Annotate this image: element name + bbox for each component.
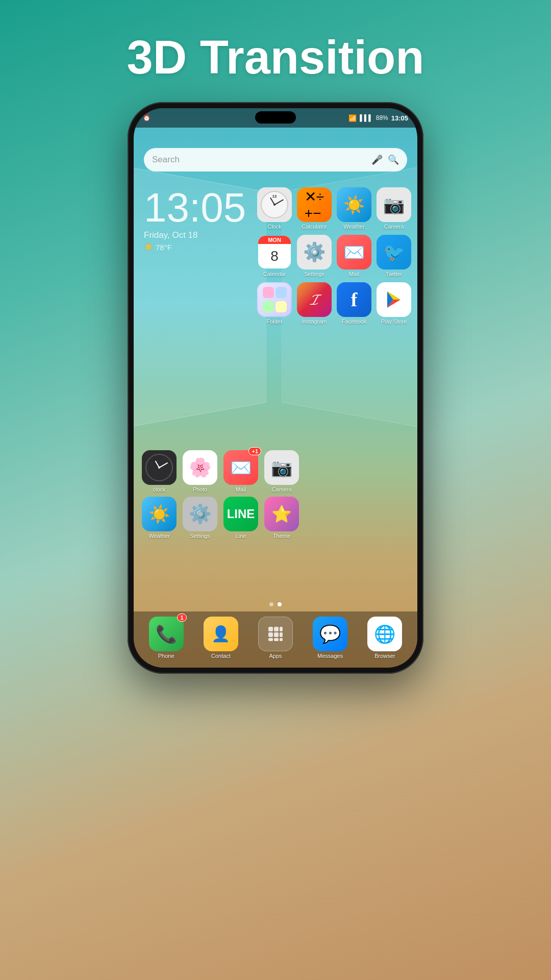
- app-icon-mail: ✉️: [337, 235, 371, 270]
- app-icon-instagram: 𝓘: [297, 282, 332, 317]
- folder-mini-3: [263, 301, 274, 312]
- search-icons: 🎤 🔍: [371, 154, 399, 165]
- folder-mini-2: [276, 287, 287, 298]
- mail-badge: +1: [248, 447, 261, 455]
- app-item-playstore[interactable]: Play Store: [375, 282, 412, 325]
- clock-widget: 13:05 Friday, Oct 18 ☀️ 78°F: [144, 187, 246, 252]
- app-icon-theme: ⭐: [264, 497, 299, 531]
- app-icon-facebook: f: [337, 282, 371, 317]
- svg-rect-5: [274, 632, 279, 637]
- app-icon-photo: 🌸: [183, 450, 217, 485]
- app-item-mail[interactable]: ✉️ Mail: [336, 235, 372, 277]
- weather-icon: ☀️: [343, 194, 365, 215]
- app-item-weather-left[interactable]: ☀️ Weather: [141, 497, 178, 539]
- svg-rect-8: [274, 638, 279, 641]
- page-dots: [269, 602, 282, 606]
- svg-rect-2: [274, 627, 279, 631]
- app-label-photo: Photo: [193, 486, 208, 493]
- left-row-2: ☀️ Weather ⚙️ Settings LINE: [141, 497, 300, 539]
- dock: 📞 1 Phone 👤 Contact: [134, 611, 417, 668]
- app-label-clock: Clock: [267, 224, 282, 230]
- app-item-twitter[interactable]: 🐦 Twitter: [375, 235, 412, 277]
- phone-icon: 📞: [156, 624, 177, 644]
- svg-rect-4: [268, 632, 273, 637]
- app-icon-weather: ☀️: [337, 187, 371, 222]
- dock-item-contact[interactable]: 👤 Contact: [204, 617, 238, 659]
- dock-icon-messages: 💬: [313, 617, 347, 651]
- dock-label-apps: Apps: [269, 653, 282, 659]
- left-row-1: clock 🌸 Photo ✉️ +1: [141, 450, 300, 493]
- app-icon-weather-left: ☀️: [142, 497, 177, 531]
- folder-mini-4: [276, 301, 287, 312]
- app-icon-camera-left: 📷: [264, 450, 299, 485]
- mail-icon-left: ✉️: [230, 457, 252, 478]
- app-icon-folder: [257, 282, 292, 317]
- dock-icon-browser: 🌐: [367, 617, 402, 651]
- camera-icon: 📷: [383, 194, 405, 215]
- app-item-settings[interactable]: ⚙️ Settings: [296, 235, 333, 277]
- app-item-line[interactable]: LINE Line: [222, 497, 259, 539]
- app-item-calculator[interactable]: ✕÷+− Calculator: [296, 187, 333, 230]
- app-label-clock-left: clock: [153, 486, 165, 493]
- dock-item-browser[interactable]: 🌐 Browser: [367, 617, 402, 659]
- battery-percent: 88%: [376, 114, 388, 121]
- app-item-facebook[interactable]: f Facebook: [336, 282, 372, 325]
- app-label-camera-left: Camera: [271, 486, 291, 493]
- app-item-folder[interactable]: Folder: [256, 282, 293, 325]
- weather-icon-left: ☀️: [148, 504, 170, 524]
- weather-temp: 78°F: [156, 243, 172, 252]
- app-icon-clock-left: [142, 450, 177, 485]
- microphone-icon[interactable]: 🎤: [371, 154, 383, 165]
- clock-widget-weather: ☀️ 78°F: [144, 242, 246, 252]
- dock-label-messages: Messages: [317, 653, 343, 659]
- app-label-mail: Mail: [349, 271, 359, 277]
- dock-item-phone[interactable]: 📞 1 Phone: [149, 617, 184, 659]
- dock-item-messages[interactable]: 💬 Messages: [313, 617, 347, 659]
- dock-label-browser: Browser: [374, 653, 395, 659]
- app-item-theme[interactable]: ⭐ Theme: [263, 497, 300, 539]
- app-item-calendar[interactable]: MON 8 Calendar: [256, 235, 293, 277]
- app-label-facebook: Facebook: [342, 318, 366, 325]
- instagram-icon: 𝓘: [310, 291, 319, 309]
- weather-icon-widget: ☀️: [144, 242, 154, 252]
- app-icon-camera: 📷: [377, 187, 411, 222]
- messages-icon: 💬: [319, 624, 341, 644]
- calendar-icon-inner: MON 8: [258, 236, 291, 268]
- dock-icon-contact: 👤: [204, 617, 238, 651]
- search-bar[interactable]: Search 🎤 🔍: [144, 148, 407, 172]
- browser-icon: 🌐: [374, 624, 395, 644]
- dock-icon-apps: [258, 617, 293, 651]
- app-label-playstore: Play Store: [381, 318, 407, 325]
- app-icon-twitter: 🐦: [377, 235, 411, 270]
- app-item-clock-left[interactable]: clock: [141, 450, 178, 493]
- app-item-camera[interactable]: 📷 Camera: [375, 187, 412, 230]
- camera-icon-left: 📷: [271, 457, 292, 478]
- clock-dark-min: [159, 462, 168, 468]
- clock-widget-date: Friday, Oct 18: [144, 230, 246, 240]
- clock-icon-inner: 12: [261, 191, 288, 218]
- search-icon[interactable]: 🔍: [388, 154, 399, 165]
- phone-screen: ⏰ 📶 ▌▌▌ 88% 13:05 Search 🎤 🔍: [134, 108, 417, 668]
- app-item-camera-left[interactable]: 📷 Camera: [263, 450, 300, 493]
- page-dot-2: [278, 602, 282, 606]
- cal-day-label: MON: [258, 236, 291, 244]
- app-item-settings-left[interactable]: ⚙️ Settings: [182, 497, 218, 539]
- left-panel-apps: clock 🌸 Photo ✉️ +1: [141, 450, 300, 543]
- app-item-clock[interactable]: 12 Clock: [256, 187, 293, 230]
- app-icon-playstore: [377, 282, 411, 317]
- app-label-weather: Weather: [343, 224, 364, 230]
- app-label-line: Line: [236, 533, 246, 539]
- app-item-mail-left[interactable]: ✉️ +1 Mail: [222, 450, 259, 493]
- clock-center-dot: [273, 204, 276, 206]
- app-icon-clock: 12: [257, 187, 292, 222]
- svg-rect-9: [280, 638, 283, 641]
- page-title: 3D Transition: [0, 31, 551, 84]
- facebook-icon: f: [351, 288, 358, 311]
- app-item-photo[interactable]: 🌸 Photo: [182, 450, 218, 493]
- app-item-instagram[interactable]: 𝓘 Instagram: [296, 282, 333, 325]
- app-item-weather[interactable]: ☀️ Weather: [336, 187, 372, 230]
- svg-rect-7: [268, 638, 273, 641]
- dock-item-apps[interactable]: Apps: [258, 617, 293, 659]
- app-icon-settings-left: ⚙️: [183, 497, 217, 531]
- playstore-svg: [384, 290, 404, 309]
